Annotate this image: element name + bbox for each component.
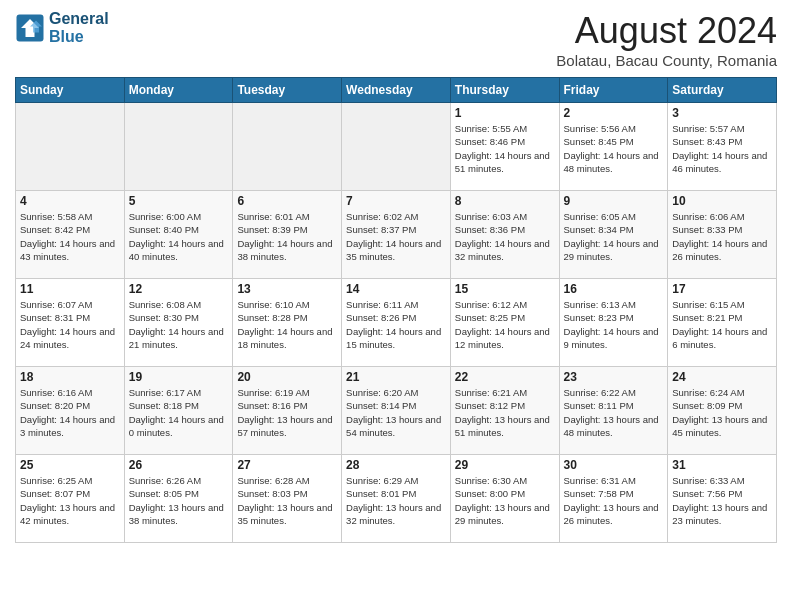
title-block: August 2024 Bolatau, Bacau County, Roman… [556,10,777,69]
day-number: 24 [672,370,772,384]
day-number: 29 [455,458,555,472]
day-info: Sunrise: 6:29 AMSunset: 8:01 PMDaylight:… [346,474,446,527]
day-number: 8 [455,194,555,208]
day-number: 19 [129,370,229,384]
day-info: Sunrise: 6:30 AMSunset: 8:00 PMDaylight:… [455,474,555,527]
calendar-day-cell [233,103,342,191]
col-tuesday: Tuesday [233,78,342,103]
day-number: 30 [564,458,664,472]
calendar-day-cell: 26Sunrise: 6:26 AMSunset: 8:05 PMDayligh… [124,455,233,543]
day-info: Sunrise: 6:13 AMSunset: 8:23 PMDaylight:… [564,298,664,351]
logo: General Blue [15,10,109,45]
calendar-day-cell: 15Sunrise: 6:12 AMSunset: 8:25 PMDayligh… [450,279,559,367]
col-saturday: Saturday [668,78,777,103]
calendar-day-cell: 9Sunrise: 6:05 AMSunset: 8:34 PMDaylight… [559,191,668,279]
calendar-day-cell [342,103,451,191]
day-number: 5 [129,194,229,208]
day-number: 12 [129,282,229,296]
day-info: Sunrise: 6:05 AMSunset: 8:34 PMDaylight:… [564,210,664,263]
calendar-day-cell: 16Sunrise: 6:13 AMSunset: 8:23 PMDayligh… [559,279,668,367]
calendar-day-cell: 10Sunrise: 6:06 AMSunset: 8:33 PMDayligh… [668,191,777,279]
calendar-day-cell: 18Sunrise: 6:16 AMSunset: 8:20 PMDayligh… [16,367,125,455]
day-info: Sunrise: 6:03 AMSunset: 8:36 PMDaylight:… [455,210,555,263]
calendar-day-cell: 17Sunrise: 6:15 AMSunset: 8:21 PMDayligh… [668,279,777,367]
calendar-day-cell: 22Sunrise: 6:21 AMSunset: 8:12 PMDayligh… [450,367,559,455]
day-number: 28 [346,458,446,472]
day-number: 27 [237,458,337,472]
day-number: 2 [564,106,664,120]
day-number: 1 [455,106,555,120]
calendar-day-cell: 6Sunrise: 6:01 AMSunset: 8:39 PMDaylight… [233,191,342,279]
day-info: Sunrise: 6:12 AMSunset: 8:25 PMDaylight:… [455,298,555,351]
calendar-week-row: 11Sunrise: 6:07 AMSunset: 8:31 PMDayligh… [16,279,777,367]
calendar-day-cell: 24Sunrise: 6:24 AMSunset: 8:09 PMDayligh… [668,367,777,455]
calendar-day-cell: 14Sunrise: 6:11 AMSunset: 8:26 PMDayligh… [342,279,451,367]
day-number: 7 [346,194,446,208]
day-info: Sunrise: 6:33 AMSunset: 7:56 PMDaylight:… [672,474,772,527]
calendar-day-cell: 2Sunrise: 5:56 AMSunset: 8:45 PMDaylight… [559,103,668,191]
day-number: 3 [672,106,772,120]
day-info: Sunrise: 6:20 AMSunset: 8:14 PMDaylight:… [346,386,446,439]
col-monday: Monday [124,78,233,103]
calendar-day-cell: 23Sunrise: 6:22 AMSunset: 8:11 PMDayligh… [559,367,668,455]
day-number: 10 [672,194,772,208]
calendar-day-cell: 31Sunrise: 6:33 AMSunset: 7:56 PMDayligh… [668,455,777,543]
day-info: Sunrise: 6:02 AMSunset: 8:37 PMDaylight:… [346,210,446,263]
day-number: 16 [564,282,664,296]
calendar-day-cell: 7Sunrise: 6:02 AMSunset: 8:37 PMDaylight… [342,191,451,279]
day-number: 26 [129,458,229,472]
calendar-day-cell [124,103,233,191]
day-info: Sunrise: 6:16 AMSunset: 8:20 PMDaylight:… [20,386,120,439]
day-info: Sunrise: 5:55 AMSunset: 8:46 PMDaylight:… [455,122,555,175]
calendar-day-cell: 30Sunrise: 6:31 AMSunset: 7:58 PMDayligh… [559,455,668,543]
month-title: August 2024 [556,10,777,52]
logo-icon [15,13,45,43]
day-info: Sunrise: 6:28 AMSunset: 8:03 PMDaylight:… [237,474,337,527]
calendar-day-cell: 21Sunrise: 6:20 AMSunset: 8:14 PMDayligh… [342,367,451,455]
day-info: Sunrise: 6:01 AMSunset: 8:39 PMDaylight:… [237,210,337,263]
calendar-day-cell: 5Sunrise: 6:00 AMSunset: 8:40 PMDaylight… [124,191,233,279]
calendar-day-cell: 12Sunrise: 6:08 AMSunset: 8:30 PMDayligh… [124,279,233,367]
day-number: 23 [564,370,664,384]
day-info: Sunrise: 6:06 AMSunset: 8:33 PMDaylight:… [672,210,772,263]
page-container: General Blue August 2024 Bolatau, Bacau … [0,0,792,612]
calendar-day-cell: 25Sunrise: 6:25 AMSunset: 8:07 PMDayligh… [16,455,125,543]
calendar-day-cell: 11Sunrise: 6:07 AMSunset: 8:31 PMDayligh… [16,279,125,367]
calendar-day-cell: 13Sunrise: 6:10 AMSunset: 8:28 PMDayligh… [233,279,342,367]
calendar-day-cell: 3Sunrise: 5:57 AMSunset: 8:43 PMDaylight… [668,103,777,191]
day-number: 25 [20,458,120,472]
day-info: Sunrise: 6:07 AMSunset: 8:31 PMDaylight:… [20,298,120,351]
day-info: Sunrise: 6:10 AMSunset: 8:28 PMDaylight:… [237,298,337,351]
location-title: Bolatau, Bacau County, Romania [556,52,777,69]
day-number: 18 [20,370,120,384]
calendar-day-cell: 8Sunrise: 6:03 AMSunset: 8:36 PMDaylight… [450,191,559,279]
day-info: Sunrise: 6:08 AMSunset: 8:30 PMDaylight:… [129,298,229,351]
day-info: Sunrise: 6:22 AMSunset: 8:11 PMDaylight:… [564,386,664,439]
day-number: 6 [237,194,337,208]
calendar-day-cell: 4Sunrise: 5:58 AMSunset: 8:42 PMDaylight… [16,191,125,279]
calendar-day-cell [16,103,125,191]
day-info: Sunrise: 6:17 AMSunset: 8:18 PMDaylight:… [129,386,229,439]
calendar-week-row: 18Sunrise: 6:16 AMSunset: 8:20 PMDayligh… [16,367,777,455]
day-number: 11 [20,282,120,296]
day-info: Sunrise: 6:21 AMSunset: 8:12 PMDaylight:… [455,386,555,439]
calendar-day-cell: 1Sunrise: 5:55 AMSunset: 8:46 PMDaylight… [450,103,559,191]
day-info: Sunrise: 6:26 AMSunset: 8:05 PMDaylight:… [129,474,229,527]
day-info: Sunrise: 6:31 AMSunset: 7:58 PMDaylight:… [564,474,664,527]
calendar-day-cell: 27Sunrise: 6:28 AMSunset: 8:03 PMDayligh… [233,455,342,543]
calendar-day-cell: 29Sunrise: 6:30 AMSunset: 8:00 PMDayligh… [450,455,559,543]
calendar-header-row: Sunday Monday Tuesday Wednesday Thursday… [16,78,777,103]
day-info: Sunrise: 6:19 AMSunset: 8:16 PMDaylight:… [237,386,337,439]
day-info: Sunrise: 5:57 AMSunset: 8:43 PMDaylight:… [672,122,772,175]
day-info: Sunrise: 5:56 AMSunset: 8:45 PMDaylight:… [564,122,664,175]
day-info: Sunrise: 6:25 AMSunset: 8:07 PMDaylight:… [20,474,120,527]
day-info: Sunrise: 6:15 AMSunset: 8:21 PMDaylight:… [672,298,772,351]
col-friday: Friday [559,78,668,103]
day-number: 21 [346,370,446,384]
calendar-week-row: 1Sunrise: 5:55 AMSunset: 8:46 PMDaylight… [16,103,777,191]
day-number: 13 [237,282,337,296]
logo-text: General Blue [49,10,109,45]
day-number: 22 [455,370,555,384]
day-info: Sunrise: 6:24 AMSunset: 8:09 PMDaylight:… [672,386,772,439]
calendar-day-cell: 20Sunrise: 6:19 AMSunset: 8:16 PMDayligh… [233,367,342,455]
